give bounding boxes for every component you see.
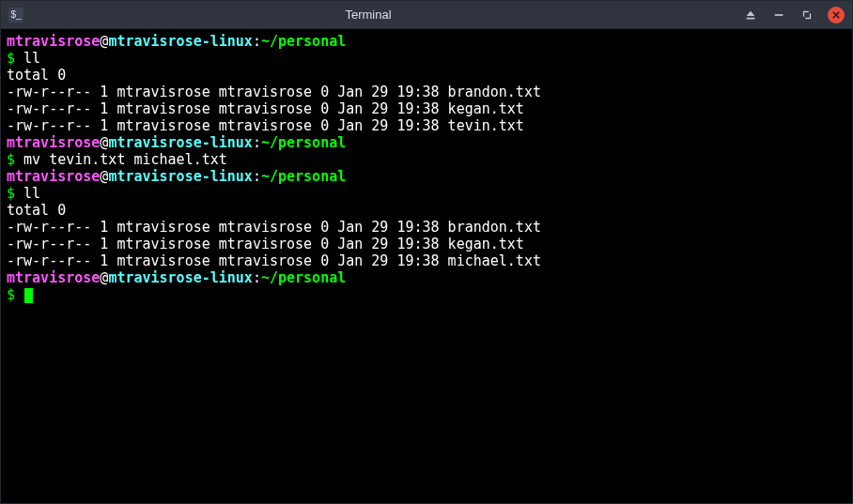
prompt-symbol: $ <box>7 185 23 202</box>
prompt-symbol: $ <box>7 151 23 168</box>
prompt-host: mtravisrose-linux <box>108 269 253 286</box>
command-line: $ <box>7 286 846 303</box>
window-title: Terminal <box>0 8 743 22</box>
prompt-colon: : <box>253 269 261 286</box>
prompt-user: mtravisrose <box>7 134 100 151</box>
minimize-button[interactable] <box>771 8 786 23</box>
prompt-line: mtravisrose@mtravisrose-linux:~/personal <box>7 269 846 286</box>
command-text: mv tevin.txt michael.txt <box>23 151 227 168</box>
prompt-symbol: $ <box>7 50 23 67</box>
prompt-path: ~/personal <box>261 168 346 185</box>
command-text: ll <box>23 50 40 67</box>
window-controls <box>743 7 845 23</box>
prompt-colon: : <box>253 134 261 151</box>
eject-icon[interactable] <box>743 8 758 23</box>
prompt-path: ~/personal <box>261 134 346 151</box>
output-line: -rw-r--r-- 1 mtravisrose mtravisrose 0 J… <box>7 117 846 134</box>
command-text: ll <box>23 185 40 202</box>
prompt-user: mtravisrose <box>7 33 100 50</box>
output-line: -rw-r--r-- 1 mtravisrose mtravisrose 0 J… <box>7 252 846 269</box>
prompt-host: mtravisrose-linux <box>108 134 253 151</box>
prompt-line: mtravisrose@mtravisrose-linux:~/personal <box>7 33 846 50</box>
output-line: -rw-r--r-- 1 mtravisrose mtravisrose 0 J… <box>7 84 846 100</box>
terminal-window: $_ Terminal mtravisrose@mtravisrose-linu… <box>0 0 853 504</box>
svg-rect-0 <box>775 14 783 16</box>
command-line: $ mv tevin.txt michael.txt <box>7 151 846 168</box>
prompt-user: mtravisrose <box>7 269 100 286</box>
titlebar[interactable]: $_ Terminal <box>1 1 852 29</box>
prompt-host: mtravisrose-linux <box>108 168 253 185</box>
command-line: $ ll <box>7 185 846 202</box>
prompt-colon: : <box>253 33 261 50</box>
cursor <box>24 288 33 303</box>
prompt-line: mtravisrose@mtravisrose-linux:~/personal <box>7 168 846 185</box>
close-button[interactable] <box>828 7 845 23</box>
prompt-user: mtravisrose <box>7 168 100 185</box>
terminal-viewport[interactable]: mtravisrose@mtravisrose-linux:~/personal… <box>1 29 852 503</box>
output-line: total 0 <box>7 202 846 219</box>
prompt-path: ~/personal <box>261 33 346 50</box>
output-line: -rw-r--r-- 1 mtravisrose mtravisrose 0 J… <box>7 236 846 252</box>
prompt-host: mtravisrose-linux <box>108 33 253 50</box>
output-line: -rw-r--r-- 1 mtravisrose mtravisrose 0 J… <box>7 219 846 236</box>
prompt-symbol: $ <box>7 286 23 303</box>
output-line: total 0 <box>7 67 846 84</box>
prompt-line: mtravisrose@mtravisrose-linux:~/personal <box>7 134 846 151</box>
maximize-button[interactable] <box>799 8 814 23</box>
output-line: -rw-r--r-- 1 mtravisrose mtravisrose 0 J… <box>7 100 846 117</box>
command-line: $ ll <box>7 50 846 67</box>
prompt-path: ~/personal <box>261 269 346 286</box>
prompt-colon: : <box>253 168 261 185</box>
